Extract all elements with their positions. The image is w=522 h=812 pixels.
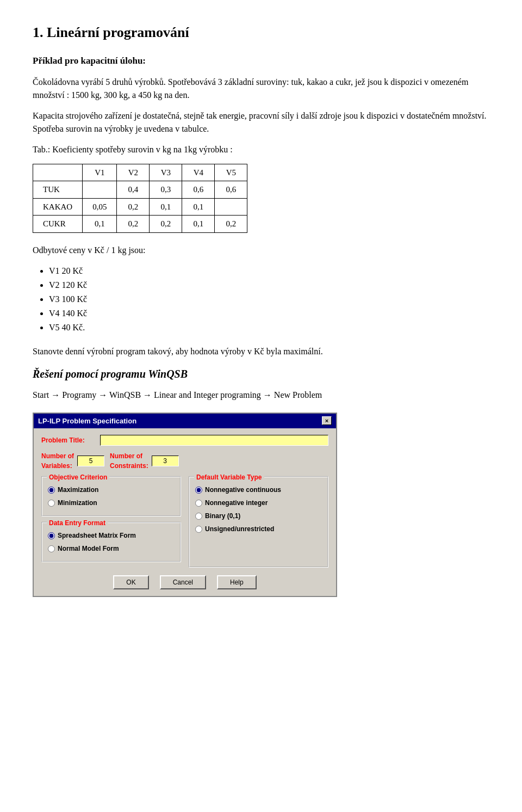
paragraph1: Čokoládovna vyrábí 5 druhů výrobků. Spot… [33, 76, 489, 102]
num-variables-group: Number ofVariables: [41, 451, 104, 471]
lp-ilp-dialog: LP-ILP Problem Specification × Problem T… [33, 413, 337, 598]
cukr-v5: 0,2 [215, 216, 247, 233]
kakao-v4: 0,1 [182, 198, 215, 216]
data-entry-section-title: Data Entry Format [47, 518, 108, 528]
maximization-row: Maximization [48, 485, 175, 495]
list-item: V2 120 Kč [49, 279, 489, 292]
spreadsheet-radio[interactable] [48, 532, 55, 539]
coefficients-table: V1 V2 V3 V4 V5 TUK 0,4 0,3 0,6 0,6 KAKAO… [33, 164, 247, 233]
nonneg-continuous-row: Nonnegative continuous [195, 485, 322, 495]
binary-label: Binary (0,1) [205, 511, 240, 521]
unsigned-radio[interactable] [195, 526, 202, 533]
dialog-body: Problem Title: Number ofVariables: Numbe… [34, 428, 336, 596]
list-item: V4 140 Kč [49, 307, 489, 320]
dialog-title: LP-ILP Problem Specification [38, 416, 136, 427]
num-constraints-input[interactable] [152, 456, 179, 466]
col-header-v5: V5 [215, 164, 247, 181]
spreadsheet-label: Spreadsheet Matrix Form [58, 531, 136, 540]
variable-type-section-title: Default Variable Type [194, 472, 264, 482]
col-header-v1: V1 [83, 164, 117, 181]
problem-title-row: Problem Title: [41, 435, 328, 446]
unsigned-label: Unsigned/unrestricted [205, 524, 274, 534]
tuk-v3: 0,3 [150, 181, 182, 199]
page-heading1: 1. Lineární programování [33, 22, 489, 43]
table-row: TUK 0,4 0,3 0,6 0,6 [33, 181, 247, 199]
table-row: KAKAO 0,05 0,2 0,1 0,1 [33, 198, 247, 216]
dialog-close-button[interactable]: × [322, 416, 332, 425]
binary-row: Binary (0,1) [195, 511, 322, 521]
variable-type-section-col: Default Variable Type Nonnegative contin… [189, 476, 328, 568]
tuk-v2: 0,4 [117, 181, 150, 199]
maximization-radio[interactable] [48, 487, 55, 494]
nonneg-integer-radio[interactable] [195, 500, 202, 507]
dialog-titlebar: LP-ILP Problem Specification × [34, 414, 336, 429]
list-item: V5 40 Kč. [49, 321, 489, 334]
num-row: Number ofVariables: Number ofConstraints… [41, 451, 328, 471]
paragraph2: Kapacita strojového zařízení je dostateč… [33, 109, 489, 136]
ok-button[interactable]: OK [113, 575, 148, 589]
row-label-tuk: TUK [33, 181, 83, 199]
table-row: CUKR 0,1 0,2 0,2 0,1 0,2 [33, 216, 247, 233]
help-button[interactable]: Help [217, 575, 257, 589]
col-header-0 [33, 164, 83, 181]
spreadsheet-row: Spreadsheet Matrix Form [48, 531, 175, 540]
normal-model-row: Normal Model Form [48, 544, 175, 553]
unsigned-row: Unsigned/unrestricted [195, 524, 322, 534]
kakao-v5 [215, 198, 247, 216]
page-heading2: Příklad pro kapacitní úlohu: [33, 54, 489, 68]
cukr-v3: 0,2 [150, 216, 182, 233]
num-constraints-label: Number ofConstraints: [110, 451, 148, 471]
cukr-v1: 0,1 [83, 216, 117, 233]
normal-model-label: Normal Model Form [58, 544, 119, 553]
tuk-v4: 0,6 [182, 181, 215, 199]
table-caption: Tab.: Koeficienty spotřeby surovin v kg … [33, 143, 489, 156]
row-label-kakao: KAKAO [33, 198, 83, 216]
problem-title-label: Problem Title: [41, 435, 96, 445]
row-label-cukr: CUKR [33, 216, 83, 233]
task-text: Stanovte denní výrobní program takový, a… [33, 345, 489, 358]
cancel-button[interactable]: Cancel [160, 575, 206, 589]
normal-model-radio[interactable] [48, 545, 55, 552]
nonneg-integer-row: Nonnegative integer [195, 498, 322, 508]
kakao-v2: 0,2 [117, 198, 150, 216]
cukr-v4: 0,1 [182, 216, 215, 233]
nonneg-continuous-label: Nonnegative continuous [205, 485, 281, 495]
variable-type-section: Default Variable Type Nonnegative contin… [189, 476, 328, 568]
cukr-v2: 0,2 [117, 216, 150, 233]
num-variables-input[interactable] [77, 456, 104, 466]
start-text: Start → Programy → WinQSB → Linear and I… [33, 389, 489, 402]
dialog-buttons: OK Cancel Help [41, 575, 328, 589]
num-variables-label: Number ofVariables: [41, 451, 74, 471]
solution-heading: Řešení pomocí programu WinQSB [33, 366, 489, 382]
minimization-radio[interactable] [48, 500, 55, 507]
minimization-label: Minimization [58, 498, 97, 508]
nonneg-continuous-radio[interactable] [195, 487, 202, 494]
objective-section-title: Objective Criterion [47, 472, 109, 482]
nonneg-integer-label: Nonnegative integer [205, 498, 268, 508]
data-entry-section: Data Entry Format Spreadsheet Matrix For… [41, 522, 181, 562]
kakao-v1: 0,05 [83, 198, 117, 216]
prices-heading: Odbytové ceny v Kč / 1 kg jsou: [33, 244, 489, 257]
tuk-v5: 0,6 [215, 181, 247, 199]
sections-row: Objective Criterion Maximization Minimiz… [41, 476, 328, 568]
list-item: V3 100 Kč [49, 293, 489, 306]
dialog-wrapper: LP-ILP Problem Specification × Problem T… [33, 413, 489, 598]
col-header-v3: V3 [150, 164, 182, 181]
problem-title-input[interactable] [100, 435, 328, 446]
col-header-v4: V4 [182, 164, 215, 181]
minimization-row: Minimization [48, 498, 175, 508]
list-item: V1 20 Kč [49, 264, 489, 278]
kakao-v3: 0,1 [150, 198, 182, 216]
objective-section-col: Objective Criterion Maximization Minimiz… [41, 476, 181, 568]
objective-section: Objective Criterion Maximization Minimiz… [41, 476, 181, 516]
num-constraints-group: Number ofConstraints: [110, 451, 179, 471]
col-header-v2: V2 [117, 164, 150, 181]
prices-list: V1 20 Kč V2 120 Kč V3 100 Kč V4 140 Kč V… [49, 264, 489, 334]
tuk-v1 [83, 181, 117, 199]
maximization-label: Maximization [58, 485, 98, 495]
binary-radio[interactable] [195, 513, 202, 520]
